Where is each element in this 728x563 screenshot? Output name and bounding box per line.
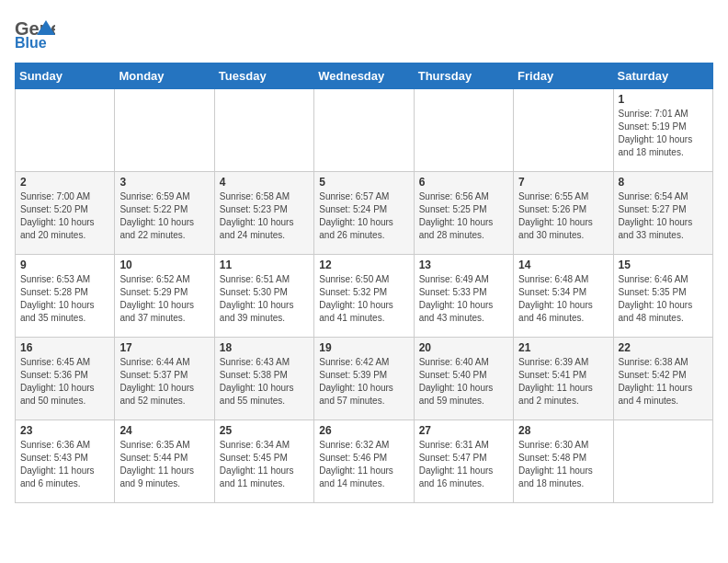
calendar-cell: 18Sunrise: 6:43 AM Sunset: 5:38 PM Dayli… [214,338,313,420]
day-info: Sunrise: 7:01 AM Sunset: 5:19 PM Dayligh… [619,108,708,159]
day-number: 2 [20,176,109,189]
calendar-cell: 4Sunrise: 6:58 AM Sunset: 5:23 PM Daylig… [214,172,313,255]
day-number: 25 [220,424,309,437]
day-number: 7 [518,176,608,189]
calendar-cell: 2Sunrise: 7:00 AM Sunset: 5:20 PM Daylig… [16,172,115,255]
day-number: 6 [419,176,508,189]
day-number: 20 [419,341,508,354]
calendar-cell [314,89,414,172]
weekday-header: Monday [115,63,214,89]
calendar-cell: 7Sunrise: 6:55 AM Sunset: 5:26 PM Daylig… [514,172,613,255]
calendar-cell: 9Sunrise: 6:53 AM Sunset: 5:28 PM Daylig… [16,255,115,338]
weekday-header: Sunday [16,63,115,89]
day-number: 19 [319,341,408,354]
calendar-cell: 14Sunrise: 6:48 AM Sunset: 5:34 PM Dayli… [514,255,613,338]
day-number: 8 [619,176,708,189]
calendar-cell: 27Sunrise: 6:31 AM Sunset: 5:47 PM Dayli… [414,420,513,503]
day-number: 10 [119,259,209,271]
calendar-cell: 26Sunrise: 6:32 AM Sunset: 5:46 PM Dayli… [314,420,414,503]
day-number: 24 [119,424,209,437]
calendar-cell: 15Sunrise: 6:46 AM Sunset: 5:35 PM Dayli… [613,255,712,338]
calendar-body: 1Sunrise: 7:01 AM Sunset: 5:19 PM Daylig… [16,89,713,503]
calendar-cell: 25Sunrise: 6:34 AM Sunset: 5:45 PM Dayli… [214,420,313,503]
calendar-cell: 1Sunrise: 7:01 AM Sunset: 5:19 PM Daylig… [613,89,712,172]
day-number: 11 [220,259,309,271]
day-info: Sunrise: 6:36 AM Sunset: 5:43 PM Dayligh… [20,439,109,490]
calendar-cell: 21Sunrise: 6:39 AM Sunset: 5:41 PM Dayli… [514,338,613,420]
day-info: Sunrise: 6:59 AM Sunset: 5:22 PM Dayligh… [119,190,209,242]
svg-text:Blue: Blue [15,35,47,51]
day-info: Sunrise: 6:32 AM Sunset: 5:46 PM Dayligh… [319,439,408,490]
weekday-header: Friday [514,63,613,89]
calendar-cell [514,89,613,172]
day-info: Sunrise: 6:44 AM Sunset: 5:37 PM Dayligh… [119,356,209,408]
day-number: 15 [619,259,708,271]
day-number: 27 [419,424,508,437]
day-number: 13 [419,259,508,271]
day-info: Sunrise: 6:57 AM Sunset: 5:24 PM Dayligh… [319,190,408,242]
calendar-cell: 22Sunrise: 6:38 AM Sunset: 5:42 PM Dayli… [613,338,712,420]
calendar-cell: 6Sunrise: 6:56 AM Sunset: 5:25 PM Daylig… [414,172,513,255]
day-info: Sunrise: 6:34 AM Sunset: 5:45 PM Dayligh… [220,439,309,490]
day-info: Sunrise: 7:00 AM Sunset: 5:20 PM Dayligh… [20,190,109,242]
calendar-cell [115,89,214,172]
calendar-header: SundayMondayTuesdayWednesdayThursdayFrid… [16,63,713,89]
weekday-header: Wednesday [314,63,414,89]
day-info: Sunrise: 6:53 AM Sunset: 5:28 PM Dayligh… [20,273,109,325]
calendar-cell: 23Sunrise: 6:36 AM Sunset: 5:43 PM Dayli… [16,420,115,503]
day-info: Sunrise: 6:55 AM Sunset: 5:26 PM Dayligh… [518,190,608,242]
calendar-cell [214,89,313,172]
day-info: Sunrise: 6:45 AM Sunset: 5:36 PM Dayligh… [20,356,109,408]
logo-icon: General Blue [15,15,55,52]
calendar-cell: 3Sunrise: 6:59 AM Sunset: 5:22 PM Daylig… [115,172,214,255]
day-info: Sunrise: 6:40 AM Sunset: 5:40 PM Dayligh… [419,356,508,408]
day-info: Sunrise: 6:46 AM Sunset: 5:35 PM Dayligh… [619,273,708,325]
calendar-cell: 17Sunrise: 6:44 AM Sunset: 5:37 PM Dayli… [115,338,214,420]
day-info: Sunrise: 6:30 AM Sunset: 5:48 PM Dayligh… [518,439,608,490]
calendar-cell [414,89,513,172]
day-info: Sunrise: 6:39 AM Sunset: 5:41 PM Dayligh… [518,356,608,408]
day-info: Sunrise: 6:51 AM Sunset: 5:30 PM Dayligh… [220,273,309,325]
day-info: Sunrise: 6:52 AM Sunset: 5:29 PM Dayligh… [119,273,209,325]
calendar-cell: 10Sunrise: 6:52 AM Sunset: 5:29 PM Dayli… [115,255,214,338]
day-number: 4 [220,176,309,189]
day-info: Sunrise: 6:35 AM Sunset: 5:44 PM Dayligh… [119,439,209,490]
day-info: Sunrise: 6:56 AM Sunset: 5:25 PM Dayligh… [419,190,508,242]
day-number: 16 [20,341,109,354]
day-number: 14 [518,259,608,271]
day-info: Sunrise: 6:43 AM Sunset: 5:38 PM Dayligh… [220,356,309,408]
logo: General Blue [15,15,55,52]
day-number: 1 [619,93,708,106]
calendar-cell: 24Sunrise: 6:35 AM Sunset: 5:44 PM Dayli… [115,420,214,503]
day-number: 26 [319,424,408,437]
calendar-cell: 5Sunrise: 6:57 AM Sunset: 5:24 PM Daylig… [314,172,414,255]
day-number: 3 [119,176,209,189]
calendar-table: SundayMondayTuesdayWednesdayThursdayFrid… [15,63,713,503]
day-info: Sunrise: 6:50 AM Sunset: 5:32 PM Dayligh… [319,273,408,325]
calendar-cell [16,89,115,172]
page-header: General Blue [15,15,713,52]
calendar-cell [613,420,712,503]
calendar-cell: 11Sunrise: 6:51 AM Sunset: 5:30 PM Dayli… [214,255,313,338]
day-info: Sunrise: 6:49 AM Sunset: 5:33 PM Dayligh… [419,273,508,325]
day-number: 9 [20,259,109,271]
day-number: 17 [119,341,209,354]
day-info: Sunrise: 6:58 AM Sunset: 5:23 PM Dayligh… [220,190,309,242]
day-info: Sunrise: 6:38 AM Sunset: 5:42 PM Dayligh… [619,356,708,408]
weekday-header: Thursday [414,63,513,89]
calendar-cell: 19Sunrise: 6:42 AM Sunset: 5:39 PM Dayli… [314,338,414,420]
calendar-cell: 12Sunrise: 6:50 AM Sunset: 5:32 PM Dayli… [314,255,414,338]
day-number: 28 [518,424,608,437]
day-number: 18 [220,341,309,354]
day-number: 22 [619,341,708,354]
day-number: 21 [518,341,608,354]
calendar-cell: 28Sunrise: 6:30 AM Sunset: 5:48 PM Dayli… [514,420,613,503]
day-info: Sunrise: 6:42 AM Sunset: 5:39 PM Dayligh… [319,356,408,408]
calendar-cell: 13Sunrise: 6:49 AM Sunset: 5:33 PM Dayli… [414,255,513,338]
day-number: 5 [319,176,408,189]
day-info: Sunrise: 6:48 AM Sunset: 5:34 PM Dayligh… [518,273,608,325]
calendar-cell: 8Sunrise: 6:54 AM Sunset: 5:27 PM Daylig… [613,172,712,255]
weekday-header: Tuesday [214,63,313,89]
day-number: 23 [20,424,109,437]
day-number: 12 [319,259,408,271]
